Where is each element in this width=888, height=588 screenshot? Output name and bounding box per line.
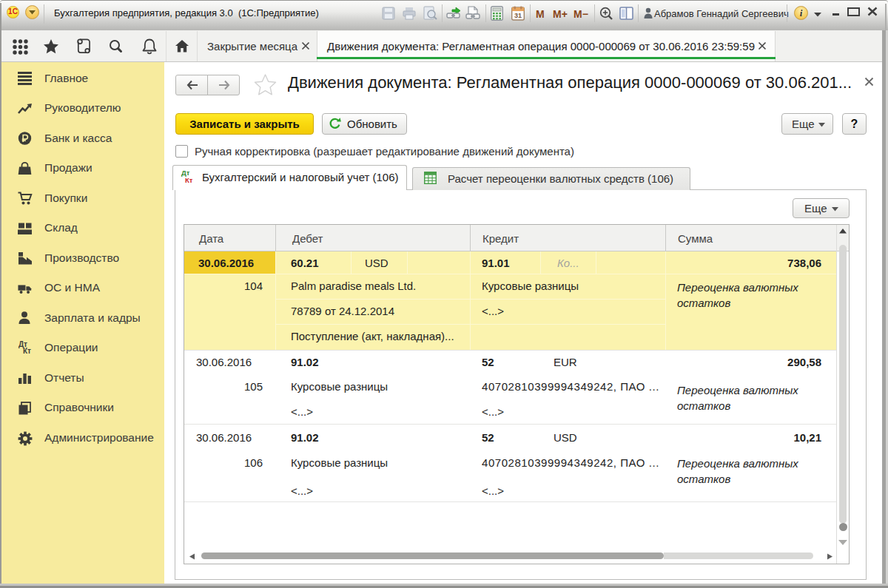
svg-text:31: 31 <box>514 12 522 19</box>
